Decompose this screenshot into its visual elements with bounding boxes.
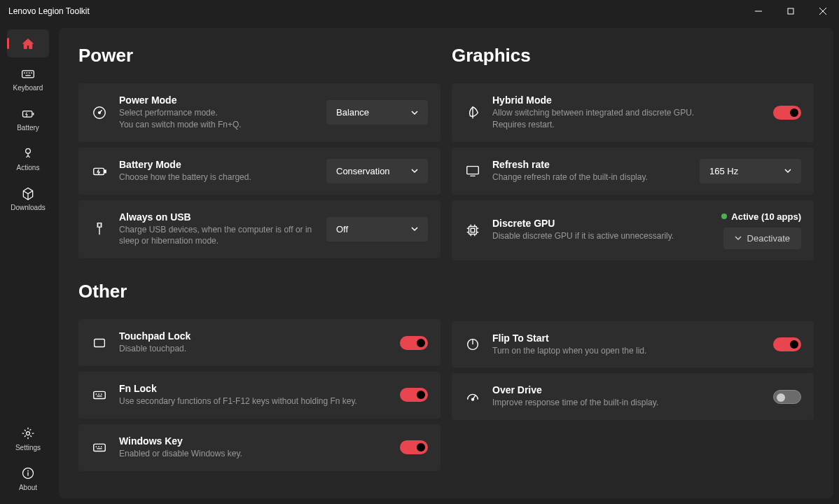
svg-rect-31 — [94, 444, 106, 451]
status-dot-icon — [721, 214, 727, 219]
card-desc: Select performance mode. You can switch … — [119, 107, 315, 131]
sidebar-item-downloads[interactable]: Downloads — [7, 178, 49, 217]
svg-rect-10 — [23, 111, 32, 117]
svg-point-18 — [99, 111, 101, 113]
discrete-gpu-card: Discrete GPU Disable discrete GPU if it … — [452, 200, 814, 260]
card-title: Always on USB — [119, 211, 315, 223]
right-column: Graphics Hybrid Mode Allow switching bet… — [452, 45, 814, 482]
maximize-button[interactable] — [775, 0, 807, 22]
card-desc: Charge USB devices, when the computer is… — [119, 224, 315, 248]
windows-key-card: Windows Key Enabled or disable Windows k… — [78, 424, 441, 471]
svg-rect-1 — [788, 8, 793, 14]
sidebar-item-keyboard[interactable]: Keyboard — [7, 59, 49, 97]
always-on-usb-dropdown[interactable]: Off — [326, 217, 428, 241]
power-section-title: Power — [78, 45, 441, 66]
refresh-rate-dropdown[interactable]: 165 Hz — [700, 159, 801, 183]
svg-rect-26 — [94, 392, 106, 399]
svg-rect-39 — [469, 226, 477, 234]
home-icon — [20, 36, 36, 52]
card-title: Discrete GPU — [492, 218, 710, 229]
card-desc: Turn on the laptop when you open the lid… — [492, 345, 762, 357]
actions-icon — [20, 146, 36, 161]
svg-point-12 — [26, 148, 31, 153]
svg-rect-4 — [22, 71, 34, 78]
sidebar-item-actions[interactable]: Actions — [7, 139, 49, 177]
card-title: Hybrid Mode — [492, 94, 762, 106]
sidebar: Keyboard Battery Actions Downloads — [0, 22, 56, 504]
card-desc: Use secondary functions of F1-F12 keys w… — [119, 396, 389, 407]
svg-rect-40 — [471, 228, 475, 232]
card-title: Windows Key — [119, 435, 389, 447]
speedometer-icon — [464, 388, 481, 405]
sidebar-label: Downloads — [11, 204, 45, 211]
hybrid-mode-card: Hybrid Mode Allow switching between inte… — [452, 83, 814, 142]
keyboard-small-icon — [91, 386, 108, 403]
battery-charge-icon — [91, 162, 108, 179]
gpu-status: Active (10 apps) — [721, 211, 801, 222]
windows-key-toggle[interactable] — [400, 440, 428, 454]
chip-icon — [464, 222, 481, 239]
always-on-usb-card: Always on USB Charge USB devices, when t… — [78, 200, 441, 259]
sidebar-label: Keyboard — [13, 84, 43, 92]
flip-to-start-toggle[interactable] — [773, 337, 801, 351]
sidebar-label: Actions — [17, 164, 40, 172]
app-title: Lenovo Legion Toolkit — [8, 6, 90, 16]
minimize-button[interactable] — [742, 0, 775, 22]
sidebar-label: Battery — [17, 124, 39, 132]
touchpad-lock-card: Touchpad Lock Disable touchpad. — [78, 319, 441, 366]
card-title: Flip To Start — [492, 332, 762, 344]
card-desc: Disable discrete GPU if it is active unn… — [492, 230, 710, 242]
window-controls — [742, 0, 839, 22]
over-drive-toggle[interactable] — [773, 390, 801, 404]
touchpad-lock-toggle[interactable] — [400, 336, 428, 350]
sidebar-item-home[interactable] — [7, 29, 49, 57]
fn-lock-toggle[interactable] — [400, 388, 428, 402]
card-desc: Change refresh rate of the built-in disp… — [492, 172, 688, 183]
power-mode-dropdown[interactable]: Balance — [326, 100, 428, 125]
svg-point-13 — [27, 432, 30, 435]
card-desc: Improve response time of the built-in di… — [492, 397, 762, 409]
fn-lock-card: Fn Lock Use secondary functions of F1-F1… — [78, 372, 441, 419]
keyboard-icon — [20, 66, 36, 81]
graphics-section-title: Graphics — [452, 45, 814, 66]
touchpad-icon — [91, 335, 108, 351]
left-column: Power Power Mode Select performance mode… — [78, 45, 441, 482]
card-desc: Choose how the battery is charged. — [119, 172, 315, 183]
usb-icon — [91, 220, 108, 237]
card-desc: Allow switching between integrated and d… — [492, 107, 762, 131]
gauge-icon — [91, 104, 108, 121]
sidebar-label: Settings — [15, 444, 41, 451]
flip-to-start-card: Flip To Start Turn on the laptop when yo… — [452, 321, 814, 368]
battery-mode-card: Battery Mode Choose how the battery is c… — [78, 148, 441, 195]
power-mode-card: Power Mode Select performance mode. You … — [78, 83, 441, 142]
card-title: Refresh rate — [492, 159, 688, 170]
keyboard-small-icon — [91, 439, 108, 456]
deactivate-button[interactable]: Deactivate — [723, 227, 801, 249]
svg-rect-20 — [104, 170, 106, 173]
refresh-rate-card: Refresh rate Change refresh rate of the … — [452, 148, 814, 195]
over-drive-card: Over Drive Improve response time of the … — [452, 373, 814, 420]
card-title: Power Mode — [119, 94, 315, 106]
battery-mode-dropdown[interactable]: Conservation — [326, 159, 428, 183]
svg-rect-11 — [33, 113, 34, 115]
other-section-title: Other — [78, 281, 441, 302]
sidebar-item-battery[interactable]: Battery — [7, 99, 49, 137]
close-button[interactable] — [807, 0, 839, 22]
card-title: Battery Mode — [119, 159, 315, 170]
sidebar-label: About — [19, 484, 37, 491]
sidebar-item-about[interactable]: About — [7, 458, 49, 497]
svg-point-52 — [472, 398, 474, 400]
power-icon — [464, 336, 481, 353]
gear-icon — [20, 426, 36, 441]
main-content: Power Power Mode Select performance mode… — [59, 28, 833, 498]
sidebar-item-settings[interactable]: Settings — [7, 419, 49, 457]
hybrid-mode-toggle[interactable] — [773, 106, 801, 120]
card-desc: Enabled or disable Windows key. — [119, 448, 389, 460]
monitor-icon — [464, 162, 481, 179]
downloads-icon — [20, 186, 36, 201]
svg-rect-37 — [467, 167, 479, 174]
svg-rect-25 — [95, 339, 105, 346]
leaf-icon — [464, 104, 481, 121]
battery-icon — [20, 106, 36, 121]
titlebar: Lenovo Legion Toolkit — [0, 0, 839, 22]
